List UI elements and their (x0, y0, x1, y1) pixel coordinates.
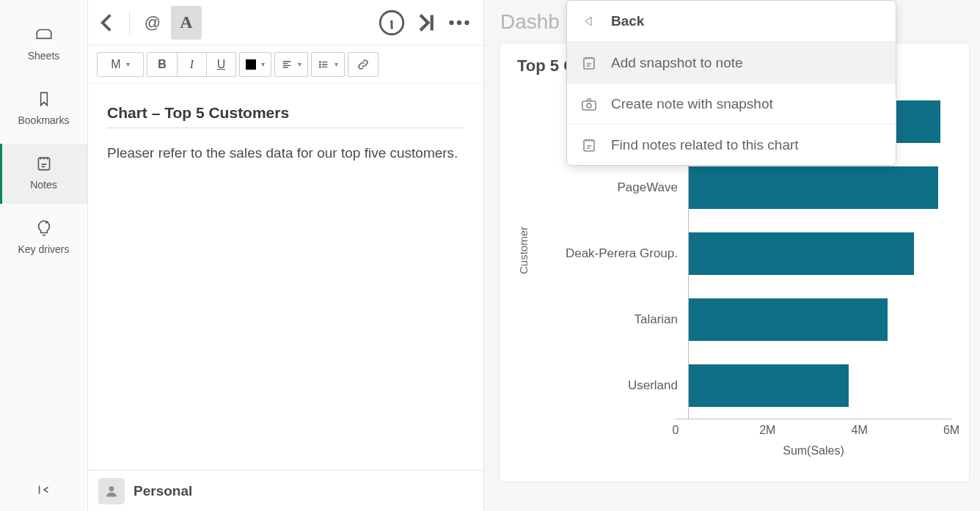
sidebar-item-label: Key drivers (18, 243, 69, 255)
menu-item-add-snapshot[interactable]: Add snapshot to note (567, 42, 896, 83)
sidebar-item-bookmarks[interactable]: Bookmarks (0, 79, 87, 139)
mention-button[interactable]: @ (137, 6, 168, 40)
camera-icon (580, 95, 598, 113)
note-footer: Personal (88, 470, 483, 511)
align-left-icon (281, 59, 293, 70)
svg-point-8 (109, 486, 114, 491)
y-tick-label: Talarian (634, 312, 678, 327)
notes-toolbar-main: @ A (88, 0, 483, 45)
sidebar-item-label: Notes (30, 179, 57, 191)
chevron-down-icon: ▾ (298, 60, 301, 68)
menu-back-label: Back (611, 13, 644, 29)
chevron-down-icon: ▾ (334, 60, 338, 68)
x-tick-label: 2M (759, 424, 775, 437)
x-tick-label: 4M (852, 424, 868, 437)
color-swatch (246, 59, 256, 70)
bar[interactable] (689, 166, 938, 209)
list-icon (318, 59, 329, 70)
bold-button[interactable]: B (147, 53, 177, 76)
collapse-sidebar-button[interactable] (0, 482, 87, 498)
link-button[interactable] (348, 53, 378, 76)
sidebar: Sheets Bookmarks Notes Key drivers (0, 0, 88, 511)
y-tick-label: Deak-Perera Group. (566, 246, 678, 261)
list-button[interactable]: ▾ (312, 53, 344, 76)
menu-item-find-notes[interactable]: Find notes related to this chart (567, 124, 896, 165)
sidebar-item-label: Bookmarks (18, 114, 69, 126)
user-icon (104, 484, 119, 499)
more-icon (444, 7, 475, 38)
more-button[interactable] (444, 6, 475, 40)
text-color-button[interactable]: ▾ (240, 53, 271, 76)
bar[interactable] (689, 232, 914, 275)
sidebar-item-sheets[interactable]: Sheets (0, 15, 87, 75)
chevron-left-icon (91, 7, 122, 38)
chevron-down-icon: ▾ (126, 60, 130, 68)
note-body[interactable]: Chart – Top 5 Customers Pleaser refer to… (88, 84, 483, 470)
svg-point-5 (320, 62, 321, 62)
info-button[interactable] (376, 6, 407, 40)
y-axis-label: Customer (517, 227, 530, 274)
notes-toolbar-format: M▾ B I U ▾ ▾ ▾ (88, 45, 483, 84)
note-icon (580, 54, 598, 72)
menu-item-create-note[interactable]: Create note with snapshot (567, 83, 896, 124)
text-format-button[interactable]: A (171, 6, 202, 40)
back-button[interactable] (91, 6, 122, 40)
notes-icon (34, 154, 54, 173)
at-icon: @ (145, 13, 161, 32)
jump-to-end-button[interactable] (410, 6, 441, 40)
svg-point-11 (587, 103, 591, 108)
svg-point-6 (320, 64, 321, 65)
sidebar-item-notes[interactable]: Notes (0, 144, 87, 204)
chevron-down-icon: ▾ (261, 60, 265, 68)
svg-point-4 (464, 20, 469, 24)
bar[interactable] (689, 298, 888, 341)
bookmark-icon (34, 89, 54, 109)
sidebar-item-label: Sheets (28, 50, 60, 62)
menu-item-label: Add snapshot to note (611, 55, 743, 71)
x-axis: Sum(Sales) 02M4M6M (676, 419, 951, 464)
y-tick-label: Userland (628, 378, 678, 393)
avatar (98, 478, 125, 504)
align-button[interactable]: ▾ (275, 53, 307, 76)
info-icon (376, 7, 407, 38)
menu-back[interactable]: Back (567, 1, 896, 42)
menu-item-label: Find notes related to this chart (611, 137, 799, 153)
note-title[interactable]: Chart – Top 5 Customers (107, 104, 464, 128)
notes-panel: @ A M▾ B I (88, 0, 484, 511)
note-owner: Personal (134, 483, 192, 499)
note-icon (580, 136, 598, 154)
collapse-icon (36, 482, 52, 498)
lightbulb-icon (34, 218, 54, 238)
underline-button[interactable]: U (206, 53, 235, 76)
svg-point-3 (457, 20, 461, 24)
text-size-label: M (111, 58, 120, 71)
text-size-select[interactable]: M▾ (98, 53, 143, 76)
note-text[interactable]: Pleaser refer to the sales data for our … (107, 143, 464, 164)
svg-point-7 (320, 66, 321, 67)
caret-left-icon (580, 12, 598, 30)
skip-icon (410, 7, 441, 38)
sidebar-item-keydrivers[interactable]: Key drivers (0, 208, 87, 268)
text-icon: A (180, 12, 192, 32)
x-tick-label: 0 (673, 424, 679, 437)
link-icon (356, 58, 370, 71)
menu-item-label: Create note with snapshot (611, 96, 773, 112)
sheet-icon (34, 25, 54, 44)
snapshot-context-menu: Back Add snapshot to note Create note wi… (566, 0, 896, 166)
svg-point-2 (449, 20, 453, 24)
x-axis-label: Sum(Sales) (783, 444, 844, 457)
y-tick-label: PageWave (617, 180, 678, 195)
x-tick-label: 6M (943, 424, 959, 437)
italic-button[interactable]: I (177, 53, 206, 76)
svg-rect-10 (582, 101, 596, 110)
separator (129, 10, 130, 35)
bar[interactable] (689, 364, 849, 407)
